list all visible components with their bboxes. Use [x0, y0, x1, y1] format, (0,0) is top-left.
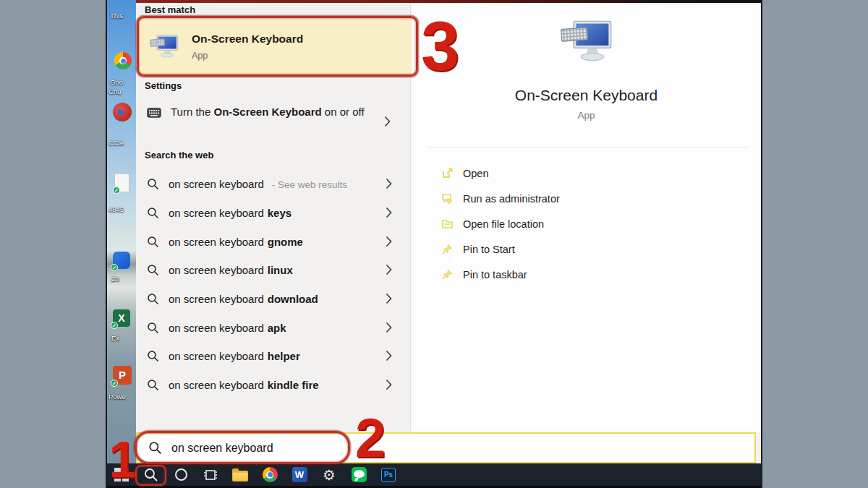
search-icon: [147, 236, 159, 248]
web-suggestion-row[interactable]: on screen keyboardkindle fire: [136, 370, 411, 399]
desktop-label-this-pc: This: [110, 12, 123, 20]
cortana-icon: [175, 468, 187, 481]
action-pin-to-taskbar[interactable]: Pin to taskbar: [441, 262, 527, 287]
taskbar: W ⚙ Ps: [107, 463, 761, 488]
chevron-right-icon: [386, 293, 392, 304]
folder-icon: [232, 471, 248, 481]
action-pin-to-start[interactable]: Pin to Start: [441, 236, 515, 262]
gear-icon: ⚙: [323, 468, 336, 482]
web-suggestion-row[interactable]: on screen keyboardgnome: [136, 227, 411, 256]
best-match-type: App: [192, 51, 303, 61]
preview-panel: On-Screen Keyboard App Open Run as admin…: [412, 0, 761, 432]
pin-icon: [441, 268, 454, 281]
action-open[interactable]: Open: [441, 160, 488, 186]
divider: [427, 147, 749, 147]
chrome-icon: [263, 467, 278, 482]
line-app-button[interactable]: [350, 466, 367, 484]
search-input-value: on screen keyboard: [171, 442, 273, 455]
chevron-right-icon: [386, 178, 392, 189]
check-badge-icon: ✓: [111, 322, 118, 329]
chevron-right-icon: [386, 207, 392, 218]
best-match-result[interactable]: On-Screen Keyboard App: [140, 19, 416, 74]
preview-app-type: App: [412, 110, 761, 121]
pin-icon: [441, 243, 454, 255]
keyboard-icon: [147, 108, 161, 118]
settings-result-row[interactable]: Turn the On-Screen Keyboard on or off: [136, 100, 411, 124]
task-view-icon: [203, 467, 218, 483]
task-view-button[interactable]: [202, 466, 219, 484]
desktop-label-ccleaner: CCle: [109, 139, 124, 147]
on-screen-keyboard-icon: [150, 35, 179, 59]
excel-desktop-icon[interactable]: X ✓: [113, 309, 130, 327]
windows-logo-icon: [114, 468, 129, 482]
taskbar-search-button[interactable]: [142, 466, 160, 484]
search-icon: [147, 379, 159, 391]
desktop-label-powerpoint: Powe: [109, 393, 126, 401]
desktop-label-file: 4845: [109, 205, 124, 213]
panel-top-edge: [136, 0, 761, 3]
search-the-web-header: Search the web: [145, 150, 213, 160]
chevron-right-icon: [386, 350, 392, 361]
chrome-button[interactable]: [261, 466, 278, 484]
desktop-label-google: Goo: [110, 78, 123, 86]
search-icon: [147, 293, 159, 305]
windows-screenshot: This Goo Chu CCle ✓ 4845 ✓ Zo X ✓: [107, 0, 761, 488]
photoshop-icon: Ps: [381, 468, 396, 482]
action-open-file-location[interactable]: Open file location: [441, 211, 544, 236]
settings-result-label: Turn the On-Screen Keyboard on or off: [171, 104, 382, 120]
chevron-right-icon: [384, 116, 391, 127]
chevron-right-icon: [386, 264, 392, 275]
best-match-title: On-Screen Keyboard: [192, 33, 303, 46]
powerpoint-desktop-icon[interactable]: P ✓: [113, 366, 132, 385]
folder-location-icon: [441, 218, 454, 230]
word-button[interactable]: W: [291, 466, 308, 484]
check-badge-icon: ✓: [111, 264, 118, 271]
taskbar-search-input[interactable]: on screen keyboard: [136, 432, 756, 463]
file-explorer-button[interactable]: [231, 466, 249, 484]
search-icon: [147, 178, 159, 190]
check-badge-icon: ✓: [111, 380, 118, 387]
search-icon: [147, 350, 159, 362]
on-screen-keyboard-icon-large: [561, 20, 613, 64]
desktop-wallpaper: This Goo Chu CCle ✓ 4845 ✓ Zo X ✓: [107, 0, 136, 463]
web-suggestion-row[interactable]: on screen keyboard- See web results: [136, 169, 411, 198]
chevron-right-icon: [386, 379, 392, 390]
chevron-right-icon: [386, 236, 392, 247]
word-icon: W: [292, 467, 307, 482]
chrome-desktop-icon[interactable]: [114, 52, 132, 69]
chevron-right-icon: [386, 322, 392, 333]
admin-shield-icon: [441, 192, 454, 205]
search-icon: [148, 441, 162, 455]
photoshop-button[interactable]: Ps: [380, 466, 397, 484]
search-icon: [143, 467, 159, 483]
cortana-button[interactable]: [172, 466, 190, 484]
action-run-as-administrator[interactable]: Run as administrator: [441, 186, 560, 211]
web-suggestion-row[interactable]: on screen keyboarddownload: [136, 284, 411, 313]
web-suggestion-row[interactable]: on screen keyboardlinux: [136, 255, 411, 284]
document-desktop-icon[interactable]: ✓: [114, 174, 129, 192]
web-suggestion-row[interactable]: on screen keyboardhelper: [136, 341, 411, 370]
search-icon: [147, 322, 159, 334]
check-badge-icon: ✓: [113, 187, 120, 194]
settings-button[interactable]: ⚙: [320, 466, 338, 484]
zalo-desktop-icon[interactable]: ✓: [113, 252, 130, 269]
search-icon: [147, 207, 159, 219]
desktop-label-excel: Ex: [111, 334, 119, 342]
open-icon: [441, 167, 454, 179]
preview-app-title: On-Screen Keyboard: [412, 87, 761, 104]
start-button[interactable]: [113, 466, 130, 484]
desktop-label-chrome: Chu: [109, 87, 121, 95]
search-icon: [147, 264, 159, 276]
web-suggestion-row[interactable]: on screen keyboardkeys: [136, 198, 411, 227]
desktop-label-zalo: Zo: [111, 275, 119, 283]
settings-header: Settings: [145, 80, 182, 91]
best-match-header: Best match: [145, 4, 195, 15]
line-icon: [352, 467, 367, 482]
web-suggestion-row[interactable]: on screen keyboardapk: [136, 313, 411, 342]
ccleaner-desktop-icon[interactable]: [113, 103, 132, 121]
